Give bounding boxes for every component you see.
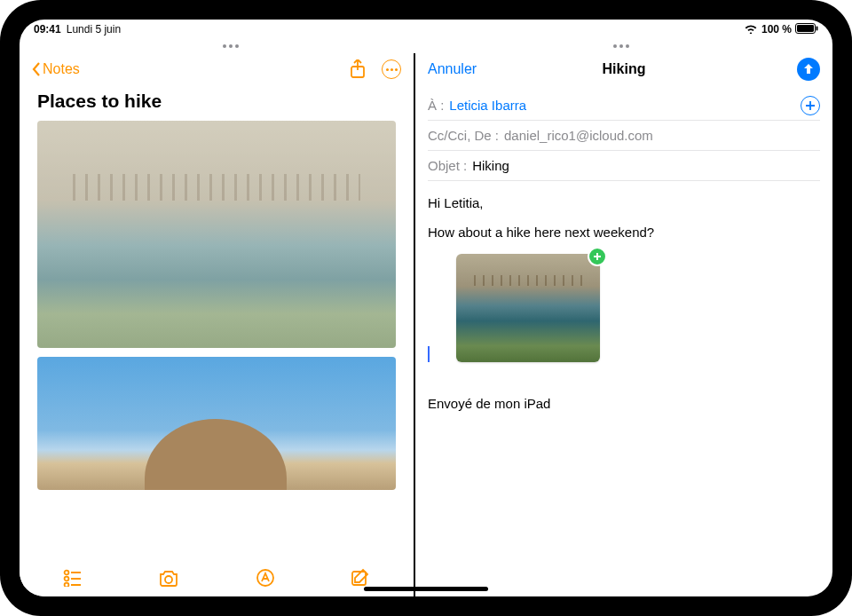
subject-value: Hiking	[472, 158, 509, 173]
note-image-2[interactable]	[37, 357, 396, 490]
multitask-row	[20, 39, 832, 53]
screen: 09:41 Lundi 5 juin 100 %	[20, 20, 832, 596]
mail-signature: Envoyé de mon iPad	[428, 396, 820, 411]
to-recipient[interactable]: Leticia Ibarra	[449, 98, 526, 113]
to-label: À :	[428, 98, 444, 113]
cc-value: daniel_rico1@icloud.com	[504, 128, 653, 143]
attachment-thumbnail[interactable]	[456, 254, 600, 362]
body-line-2: How about a hike here next weekend?	[428, 225, 820, 240]
subject-label: Objet :	[428, 158, 467, 173]
battery-icon	[795, 23, 818, 36]
svg-point-10	[165, 576, 172, 583]
mail-title: Hiking	[603, 61, 646, 77]
mail-pane: Annuler Hiking À : Leticia Ibarra	[415, 53, 832, 596]
home-indicator[interactable]	[364, 587, 488, 591]
note-title: Places to hike	[37, 91, 401, 112]
cancel-button[interactable]: Annuler	[428, 61, 477, 77]
notes-back-label: Notes	[43, 61, 80, 77]
status-bar: 09:41 Lundi 5 juin 100 %	[20, 20, 832, 39]
split-view: Notes Places to hike	[20, 53, 832, 596]
add-contact-button[interactable]	[801, 96, 820, 115]
more-icon[interactable]	[382, 59, 401, 79]
share-icon[interactable]	[348, 59, 367, 79]
subject-field[interactable]: Objet : Hiking	[428, 151, 820, 181]
wifi-icon	[744, 23, 758, 36]
body-line-1: Hi Letitia,	[428, 195, 820, 210]
note-content[interactable]: Places to hike	[20, 85, 414, 559]
status-battery-text: 100 %	[761, 23, 792, 36]
text-cursor	[428, 346, 430, 362]
multitask-dots-right[interactable]	[608, 44, 635, 48]
send-button[interactable]	[797, 58, 820, 81]
svg-point-8	[64, 583, 68, 587]
checklist-icon[interactable]	[63, 569, 83, 587]
svg-rect-1	[797, 25, 814, 32]
to-field[interactable]: À : Leticia Ibarra	[428, 91, 820, 121]
cc-label: Cc/Cci, De :	[428, 128, 499, 143]
notes-back-button[interactable]: Notes	[32, 61, 80, 77]
notes-header: Notes	[20, 53, 414, 85]
markup-icon[interactable]	[256, 568, 275, 588]
status-time: 09:41	[34, 23, 61, 36]
mail-header: Annuler Hiking	[415, 53, 832, 85]
notes-toolbar	[20, 559, 414, 596]
svg-point-4	[64, 571, 68, 575]
note-image-1[interactable]	[37, 121, 396, 348]
cc-field[interactable]: Cc/Cci, De : daniel_rico1@icloud.com	[428, 121, 820, 151]
camera-icon[interactable]	[158, 569, 179, 587]
svg-point-6	[64, 577, 68, 581]
attachment-add-icon	[588, 247, 607, 266]
multitask-dots-left[interactable]	[217, 44, 244, 48]
compose-icon[interactable]	[351, 568, 370, 588]
ipad-frame: 09:41 Lundi 5 juin 100 %	[0, 0, 852, 616]
notes-pane: Notes Places to hike	[20, 53, 414, 596]
svg-rect-2	[816, 26, 818, 30]
cursor-line	[428, 254, 820, 362]
status-date: Lundi 5 juin	[67, 23, 121, 36]
mail-body[interactable]: Hi Letitia, How about a hike here next w…	[415, 181, 832, 596]
mail-fields: À : Leticia Ibarra Cc/Cci, De : daniel_r…	[415, 85, 832, 181]
